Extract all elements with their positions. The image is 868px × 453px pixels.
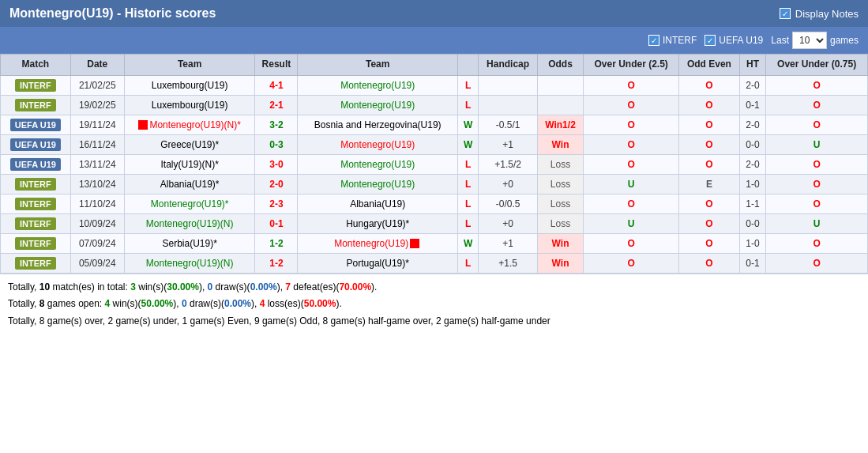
interf-label: INTERF	[663, 35, 697, 46]
uefa-filter[interactable]: ✓ UEFA U19	[705, 35, 763, 46]
col-result: Result	[255, 55, 298, 76]
team1-name[interactable]: Albania(U19)*	[124, 174, 255, 194]
interf-filter[interactable]: ✓ INTERF	[648, 35, 697, 46]
handicap: -0/0.5	[479, 194, 537, 213]
col-odds: Odds	[537, 55, 584, 76]
handicap: +1	[479, 233, 537, 253]
match-badge[interactable]: UEFA U19	[1, 115, 71, 134]
match-date: 13/11/24	[70, 154, 124, 174]
wl-indicator: L	[458, 95, 479, 115]
odd-even: O	[679, 115, 740, 134]
uefa-checkbox[interactable]: ✓	[705, 35, 716, 46]
last-games-select[interactable]: 10 20 30	[792, 32, 827, 49]
match-badge[interactable]: UEFA U19	[1, 134, 71, 154]
table-row: UEFA U1916/11/24Greece(U19)*0-3Montenegr…	[1, 134, 868, 154]
table-row: INTERF13/10/24Albania(U19)*2-0Montenegro…	[1, 174, 868, 194]
handicap	[479, 95, 537, 115]
match-result: 1-2	[255, 253, 298, 273]
table-row: INTERF05/09/24Montenegro(U19)(N)1-2Portu…	[1, 253, 868, 273]
col-ht: HT	[739, 55, 765, 76]
match-result: 2-0	[255, 174, 298, 194]
odd-even: O	[679, 213, 740, 233]
over-under-25: O	[584, 194, 679, 213]
col-match: Match	[1, 55, 71, 76]
match-badge[interactable]: INTERF	[1, 213, 71, 233]
filter-bar: ✓ INTERF ✓ UEFA U19 Last 10 20 30 games	[0, 27, 868, 54]
team1-name[interactable]: Montenegro(U19)*	[124, 194, 255, 213]
team1-name[interactable]: Serbia(U19)*	[124, 233, 255, 253]
handicap: -0.5/1	[479, 115, 537, 134]
match-badge[interactable]: UEFA U19	[1, 154, 71, 174]
col-over-under-25: Over Under (2.5)	[584, 55, 679, 76]
match-date: 10/09/24	[70, 213, 124, 233]
odds	[537, 75, 584, 95]
over-under-075: O	[766, 115, 868, 134]
match-result: 2-3	[255, 194, 298, 213]
handicap: +0	[479, 213, 537, 233]
team2-name[interactable]: Montenegro(U19)	[298, 174, 458, 194]
match-result: 0-3	[255, 134, 298, 154]
odd-even: O	[679, 253, 740, 273]
over-under-25: O	[584, 95, 679, 115]
team2-name[interactable]: Bosnia and Herzegovina(U19)	[298, 115, 458, 134]
team2-name[interactable]: Montenegro(U19)	[298, 233, 458, 253]
over-under-25: O	[584, 253, 679, 273]
half-time-score: 2-0	[739, 115, 765, 134]
match-result: 3-0	[255, 154, 298, 174]
match-badge[interactable]: INTERF	[1, 194, 71, 213]
over-under-25: O	[584, 154, 679, 174]
half-time-score: 1-1	[739, 194, 765, 213]
match-result: 0-1	[255, 213, 298, 233]
match-badge[interactable]: INTERF	[1, 174, 71, 194]
match-badge[interactable]: INTERF	[1, 233, 71, 253]
handicap: +1	[479, 134, 537, 154]
match-date: 19/11/24	[70, 115, 124, 134]
over-under-075: O	[766, 95, 868, 115]
wl-indicator: L	[458, 253, 479, 273]
wl-indicator: W	[458, 115, 479, 134]
half-time-score: 2-0	[739, 75, 765, 95]
over-under-25: O	[584, 134, 679, 154]
team2-name[interactable]: Portugal(U19)*	[298, 253, 458, 273]
odd-even: E	[679, 174, 740, 194]
odd-even: O	[679, 194, 740, 213]
team1-name[interactable]: Montenegro(U19)(N)	[124, 253, 255, 273]
uefa-label: UEFA U19	[719, 35, 763, 46]
team1-name[interactable]: Montenegro(U19)(N)*	[124, 115, 255, 134]
odds: Loss	[537, 154, 584, 174]
team2-name[interactable]: Montenegro(U19)	[298, 75, 458, 95]
team2-name[interactable]: Albania(U19)	[298, 194, 458, 213]
match-badge[interactable]: INTERF	[1, 75, 71, 95]
team2-name[interactable]: Montenegro(U19)	[298, 134, 458, 154]
half-time-score: 1-0	[739, 174, 765, 194]
handicap: +0	[479, 174, 537, 194]
wl-indicator: L	[458, 75, 479, 95]
match-badge[interactable]: INTERF	[1, 95, 71, 115]
team1-name[interactable]: Montenegro(U19)(N)	[124, 213, 255, 233]
interf-checkbox[interactable]: ✓	[648, 35, 659, 46]
team2-name[interactable]: Hungary(U19)*	[298, 213, 458, 233]
table-row: INTERF07/09/24Serbia(U19)*1-2Montenegro(…	[1, 233, 868, 253]
wl-indicator: W	[458, 233, 479, 253]
handicap: +1.5/2	[479, 154, 537, 174]
odd-even: O	[679, 75, 740, 95]
col-team1: Team	[124, 55, 255, 76]
table-header-row: Match Date Team Result Team Handicap Odd…	[1, 55, 868, 76]
team1-name[interactable]: Luxembourg(U19)	[124, 95, 255, 115]
match-date: 21/02/25	[70, 75, 124, 95]
col-team2: Team	[298, 55, 458, 76]
team2-name[interactable]: Montenegro(U19)	[298, 154, 458, 174]
odds: Win	[537, 253, 584, 273]
table-row: INTERF10/09/24Montenegro(U19)(N)0-1Hunga…	[1, 213, 868, 233]
team1-name[interactable]: Italy(U19)(N)*	[124, 154, 255, 174]
last-label: Last	[771, 35, 789, 46]
team1-name[interactable]: Greece(U19)*	[124, 134, 255, 154]
match-badge[interactable]: INTERF	[1, 253, 71, 273]
display-notes-checkbox[interactable]: ✓	[780, 8, 791, 19]
match-result: 1-2	[255, 233, 298, 253]
handicap: +1.5	[479, 253, 537, 273]
team2-name[interactable]: Montenegro(U19)	[298, 95, 458, 115]
match-result: 4-1	[255, 75, 298, 95]
summary-line3: Totally, 8 game(s) over, 2 game(s) under…	[8, 313, 860, 330]
team1-name[interactable]: Luxembourg(U19)	[124, 75, 255, 95]
